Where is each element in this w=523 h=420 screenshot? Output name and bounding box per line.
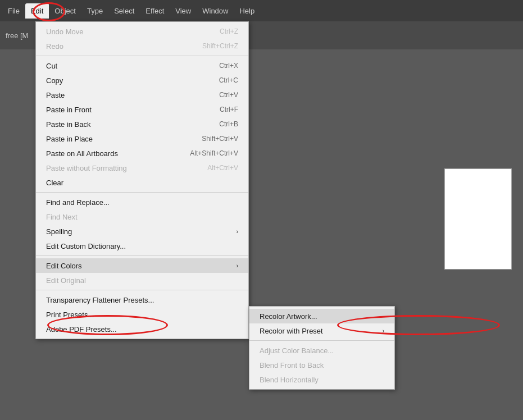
menu-item-find-next[interactable]: Find Next [36, 209, 248, 224]
menu-item-print-presets[interactable]: Print Presets... [36, 307, 248, 322]
menubar-object[interactable]: Object [49, 3, 81, 19]
menubar: File Edit Object Type Select Effect View… [0, 0, 523, 21]
menu-item-paste-back[interactable]: Paste in Back Ctrl+B [36, 117, 248, 131]
menubar-edit[interactable]: Edit [25, 3, 49, 19]
menu-item-find-replace[interactable]: Find and Replace... [36, 195, 248, 209]
menu-item-paste-all[interactable]: Paste on All Artboards Alt+Shift+Ctrl+V [36, 146, 248, 161]
menubar-file[interactable]: File [2, 3, 25, 19]
menubar-help[interactable]: Help [234, 3, 260, 19]
separator-2 [36, 192, 248, 193]
submenu-item-adjust-color[interactable]: Adjust Color Balance... [249, 343, 394, 358]
submenu-item-recolor-preset[interactable]: Recolor with Preset › [249, 323, 394, 338]
menu-item-transparency[interactable]: Transparency Flattener Presets... [36, 293, 248, 307]
menu-item-paste[interactable]: Paste Ctrl+V [36, 88, 248, 102]
menu-item-edit-original[interactable]: Edit Original [36, 273, 248, 287]
canvas-area [444, 168, 512, 270]
submenu-item-blend-horiz[interactable]: Blend Horizontally [249, 372, 394, 387]
menu-item-clear[interactable]: Clear [36, 175, 248, 190]
menu-item-edit-colors[interactable]: Edit Colors › [36, 258, 248, 273]
menu-item-paste-no-format[interactable]: Paste without Formatting Alt+Ctrl+V [36, 161, 248, 175]
menubar-effect[interactable]: Effect [140, 3, 170, 19]
submenu-separator-1 [249, 340, 394, 341]
menubar-view[interactable]: View [170, 3, 197, 19]
menu-item-spelling[interactable]: Spelling › [36, 224, 248, 239]
separator-3 [36, 255, 248, 256]
menubar-select[interactable]: Select [108, 3, 140, 19]
menu-item-edit-dict[interactable]: Edit Custom Dictionary... [36, 239, 248, 253]
menu-item-paste-place[interactable]: Paste in Place Shift+Ctrl+V [36, 131, 248, 146]
menubar-type[interactable]: Type [81, 3, 108, 19]
separator-4 [36, 290, 248, 290]
menu-item-paste-front[interactable]: Paste in Front Ctrl+F [36, 102, 248, 117]
menu-item-undo[interactable]: Undo Move Ctrl+Z [36, 24, 248, 39]
submenu-item-blend-front[interactable]: Blend Front to Back [249, 358, 394, 372]
titlebar-text: free [M [6, 31, 28, 40]
submenu-item-recolor-artwork[interactable]: Recolor Artwork... [249, 309, 394, 323]
menu-item-adobe-pdf[interactable]: Adobe PDF Presets... [36, 322, 248, 336]
menu-item-redo[interactable]: Redo Shift+Ctrl+Z [36, 39, 248, 53]
separator-1 [36, 56, 248, 56]
menubar-window[interactable]: Window [197, 3, 234, 19]
edit-dropdown-menu: Undo Move Ctrl+Z Redo Shift+Ctrl+Z Cut C… [35, 21, 249, 339]
menu-item-copy[interactable]: Copy Ctrl+C [36, 73, 248, 88]
edit-colors-submenu: Recolor Artwork... Recolor with Preset ›… [249, 306, 395, 390]
menu-item-cut[interactable]: Cut Ctrl+X [36, 58, 248, 73]
